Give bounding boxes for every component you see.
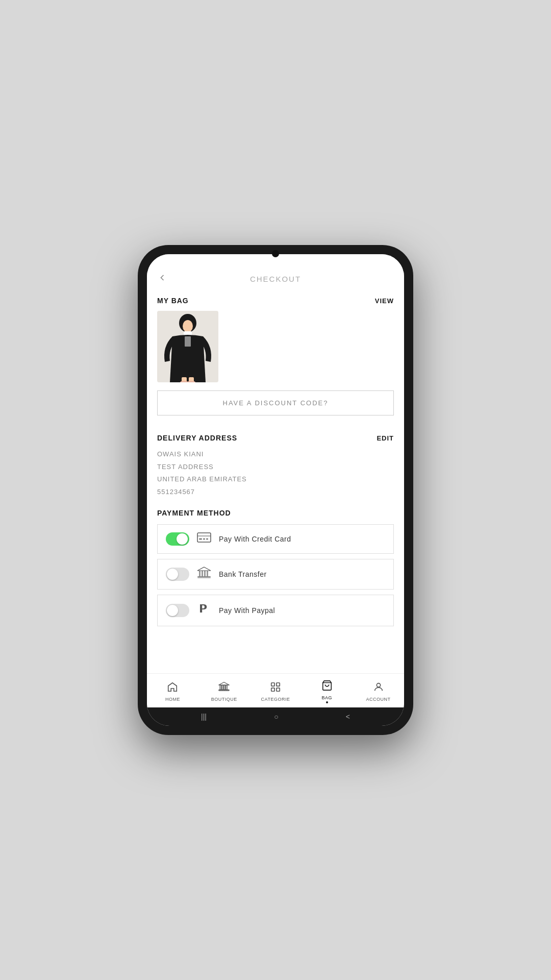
svg-rect-19 bbox=[204, 571, 206, 576]
nav-categories-label: CATEGORIE bbox=[261, 697, 290, 702]
boutique-icon bbox=[218, 681, 230, 695]
page-title: CHECKOUT bbox=[250, 275, 301, 283]
bank-transfer-label: Bank Transfer bbox=[219, 570, 267, 578]
active-indicator bbox=[326, 701, 328, 703]
svg-point-35 bbox=[377, 683, 380, 687]
svg-rect-26 bbox=[222, 685, 223, 690]
svg-rect-20 bbox=[207, 571, 208, 576]
credit-card-label: Pay With Credit Card bbox=[219, 535, 291, 543]
categories-icon bbox=[270, 681, 281, 695]
bottom-navigation: HOME BOUTIQUE bbox=[147, 673, 404, 707]
credit-card-icon bbox=[196, 532, 212, 546]
android-home-btn[interactable]: ○ bbox=[274, 713, 278, 721]
nav-item-account[interactable]: ACCOUNT bbox=[353, 678, 404, 705]
android-back-btn[interactable]: < bbox=[346, 713, 350, 721]
delivery-header: DELIVERY ADDRESS EDIT bbox=[157, 434, 394, 442]
address-country: UNITED ARAB EMIRATES bbox=[157, 473, 394, 486]
bank-icon bbox=[196, 567, 212, 582]
nav-home-label: HOME bbox=[165, 697, 180, 702]
svg-rect-32 bbox=[271, 688, 274, 691]
svg-rect-29 bbox=[219, 690, 229, 691]
bag-title: MY BAG bbox=[157, 297, 189, 305]
svg-rect-21 bbox=[197, 576, 211, 577]
address-line1: TEST ADDRESS bbox=[157, 461, 394, 474]
svg-rect-5 bbox=[184, 331, 192, 335]
toggle-knob-paypal bbox=[167, 605, 178, 616]
home-icon bbox=[167, 681, 178, 695]
svg-rect-27 bbox=[224, 685, 225, 690]
phone-screen: CHECKOUT MY BAG VIEW bbox=[147, 254, 404, 726]
nav-item-bag[interactable]: BAG bbox=[301, 678, 353, 705]
nav-item-boutique[interactable]: BOUTIQUE bbox=[198, 678, 250, 705]
android-recent-btn[interactable]: ||| bbox=[201, 713, 207, 721]
svg-rect-15 bbox=[206, 538, 208, 540]
svg-rect-18 bbox=[202, 571, 203, 576]
payment-title: PAYMENT METHOD bbox=[157, 509, 394, 517]
svg-rect-33 bbox=[277, 688, 280, 691]
phone-shell: CHECKOUT MY BAG VIEW bbox=[138, 245, 413, 735]
payment-option-paypal[interactable]: 𝗣 Pay With Paypal bbox=[157, 595, 394, 626]
svg-rect-31 bbox=[277, 683, 280, 686]
bag-icon bbox=[321, 680, 333, 694]
paypal-icon: 𝗣 bbox=[196, 602, 212, 619]
svg-rect-30 bbox=[271, 683, 274, 686]
address-name: OWAIS KIANI bbox=[157, 448, 394, 461]
svg-rect-6 bbox=[185, 336, 191, 347]
bank-transfer-toggle[interactable] bbox=[166, 568, 189, 581]
svg-point-4 bbox=[183, 320, 193, 332]
bag-image-container bbox=[157, 311, 394, 382]
svg-rect-17 bbox=[199, 571, 201, 576]
back-button[interactable] bbox=[157, 273, 167, 285]
product-image bbox=[157, 311, 218, 382]
credit-card-toggle[interactable] bbox=[166, 532, 189, 546]
account-icon bbox=[373, 681, 384, 695]
android-navigation: ||| ○ < bbox=[147, 707, 404, 726]
nav-item-categories[interactable]: CATEGORIE bbox=[250, 678, 302, 705]
paypal-toggle[interactable] bbox=[166, 604, 189, 617]
content-area: MY BAG VIEW bbox=[147, 289, 404, 673]
view-bag-button[interactable]: VIEW bbox=[375, 297, 394, 305]
address-block: OWAIS KIANI TEST ADDRESS UNITED ARAB EMI… bbox=[157, 448, 394, 499]
svg-rect-11 bbox=[197, 533, 211, 542]
header: CHECKOUT bbox=[147, 268, 404, 289]
svg-rect-25 bbox=[220, 685, 221, 690]
payment-option-bank-transfer[interactable]: Bank Transfer bbox=[157, 559, 394, 590]
payment-section: PAYMENT METHOD bbox=[157, 509, 394, 626]
delivery-section: DELIVERY ADDRESS EDIT OWAIS KIANI TEST A… bbox=[157, 434, 394, 499]
bag-section-header: MY BAG VIEW bbox=[157, 297, 394, 305]
toggle-knob-credit bbox=[177, 533, 188, 545]
delivery-title: DELIVERY ADDRESS bbox=[157, 434, 237, 442]
svg-rect-22 bbox=[197, 577, 211, 578]
payment-option-credit-card[interactable]: Pay With Credit Card bbox=[157, 524, 394, 554]
nav-boutique-label: BOUTIQUE bbox=[211, 697, 237, 702]
svg-rect-12 bbox=[197, 535, 211, 537]
svg-marker-24 bbox=[219, 682, 229, 685]
nav-account-label: ACCOUNT bbox=[366, 697, 391, 702]
discount-code-button[interactable]: HAVE A DISCOUNT CODE? bbox=[157, 390, 394, 415]
edit-address-button[interactable]: EDIT bbox=[377, 434, 394, 442]
nav-bag-label: BAG bbox=[322, 695, 333, 700]
paypal-label: Pay With Paypal bbox=[219, 606, 275, 615]
svg-rect-14 bbox=[203, 538, 205, 540]
nav-item-home[interactable]: HOME bbox=[147, 678, 198, 705]
address-phone: 551234567 bbox=[157, 486, 394, 499]
camera-notch bbox=[272, 250, 279, 257]
svg-rect-28 bbox=[226, 685, 227, 690]
toggle-knob-bank bbox=[167, 569, 178, 580]
svg-text:𝗣: 𝗣 bbox=[199, 602, 207, 615]
svg-rect-13 bbox=[199, 538, 202, 540]
svg-marker-16 bbox=[197, 567, 211, 571]
